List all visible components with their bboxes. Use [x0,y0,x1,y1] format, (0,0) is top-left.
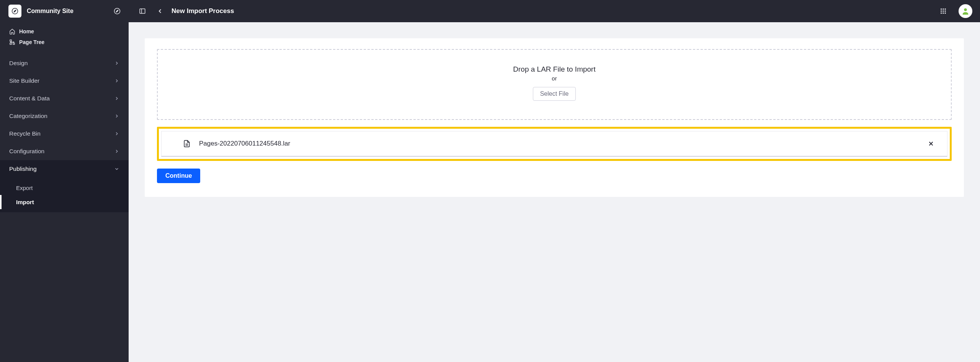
sidebar-home-link[interactable]: Home [0,26,129,37]
user-icon [961,7,970,15]
sidebar-item-site-builder[interactable]: Site Builder [0,72,129,90]
chevron-right-icon [114,78,119,84]
sidebar-item-recycle-bin[interactable]: Recycle Bin [0,125,129,143]
page-tree-icon [9,39,15,45]
sidebar-sub-export[interactable]: Export [0,181,129,195]
chevron-right-icon [114,131,119,136]
sidebar-top-links: Home Page Tree [0,22,129,51]
sidebar-item-publishing[interactable]: Publishing [0,160,129,178]
page-title: New Import Process [172,7,234,15]
svg-rect-16 [943,13,944,14]
selected-file-name: Pages-20220706011245548.lar [199,140,917,147]
chevron-down-icon [114,166,119,172]
sidebar-home-label: Home [19,28,34,34]
menu-label: Design [9,60,28,67]
close-icon [928,140,934,147]
toggle-sidebar-button[interactable] [136,5,149,17]
chevron-right-icon [114,96,119,101]
select-file-button[interactable]: Select File [533,87,576,101]
sidebar-item-design[interactable]: Design [0,54,129,72]
menu-label: Recycle Bin [9,130,41,137]
compass-icon [114,8,121,15]
menu-label: Publishing [9,165,37,172]
compass-icon [11,8,18,15]
publishing-sub-items: Export Import [0,178,129,212]
menu-label: Configuration [9,148,44,155]
apps-grid-button[interactable] [937,5,949,17]
dropzone-title: Drop a LAR File to Import [165,65,943,74]
remove-file-button[interactable] [926,138,936,149]
svg-point-18 [964,8,967,11]
svg-rect-17 [945,13,946,14]
main: New Import Process Drop a LAR File to Im… [129,0,980,362]
user-avatar[interactable] [959,4,972,18]
menu-label: Site Builder [9,77,39,84]
svg-rect-11 [945,8,946,10]
chevron-right-icon [114,113,119,119]
selected-file-row: Pages-20220706011245548.lar [161,131,947,157]
svg-rect-4 [10,40,11,41]
sidebar-sub-import[interactable]: Import [0,195,129,209]
continue-button[interactable]: Continue [157,169,200,183]
home-icon [9,28,15,34]
svg-rect-12 [941,11,942,12]
sidebar: Community Site Home Page Tree Design Sit… [0,0,129,362]
chevron-left-icon [157,8,163,15]
menu-label: Categorization [9,113,47,120]
chevron-right-icon [114,61,119,66]
sidebar-page-tree-label: Page Tree [19,39,44,45]
site-logo[interactable] [8,5,21,18]
back-button[interactable] [154,5,166,17]
sidebar-item-configuration[interactable]: Configuration [0,143,129,160]
svg-rect-7 [140,9,145,13]
chevron-right-icon [114,149,119,154]
svg-marker-1 [14,10,16,12]
topbar: New Import Process [129,0,980,22]
svg-rect-14 [945,11,946,12]
svg-rect-10 [943,8,944,10]
svg-rect-9 [941,8,942,10]
svg-rect-5 [13,43,15,44]
file-dropzone[interactable]: Drop a LAR File to Import or Select File [157,49,952,120]
site-title: Community Site [27,8,106,15]
svg-marker-3 [116,10,118,12]
selected-file-highlight: Pages-20220706011245548.lar [157,127,952,161]
panel-icon [139,8,146,15]
grid-icon [940,8,947,15]
sidebar-page-tree-link[interactable]: Page Tree [0,37,129,48]
svg-rect-15 [941,13,942,14]
menu-label: Content & Data [9,95,50,102]
site-switcher-button[interactable] [112,6,122,16]
sidebar-header: Community Site [0,0,129,22]
sidebar-item-content-data[interactable]: Content & Data [0,90,129,107]
svg-rect-13 [943,11,944,12]
svg-rect-6 [10,43,11,44]
dropzone-or: or [165,75,943,82]
document-icon [183,140,191,147]
sidebar-item-categorization[interactable]: Categorization [0,107,129,125]
import-card: Drop a LAR File to Import or Select File… [145,38,964,197]
sidebar-menu: Design Site Builder Content & Data Categ… [0,51,129,212]
content: Drop a LAR File to Import or Select File… [129,22,980,362]
